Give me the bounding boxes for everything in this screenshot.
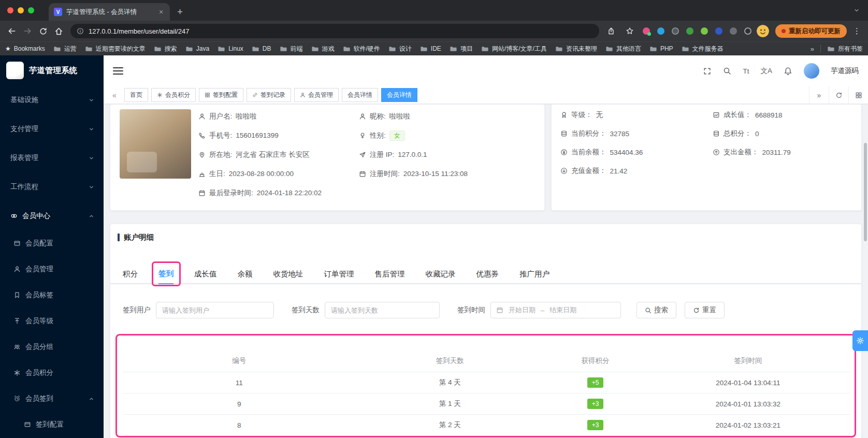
collapse-menu-icon[interactable] — [113, 67, 123, 75]
bookmark-folder[interactable]: 项目 — [450, 45, 473, 53]
sidebar-item-infrastructure[interactable]: 基础设施 — [0, 85, 104, 114]
tab-balance[interactable]: 余额 — [238, 264, 253, 284]
bookmark-folder[interactable]: 资讯未整理 — [555, 45, 597, 53]
tab-address[interactable]: 收货地址 — [273, 264, 303, 284]
browser-menu-icon[interactable]: ⋮ — [850, 26, 864, 36]
tag-member-manage[interactable]: 会员管理 — [294, 88, 339, 102]
extension-icon[interactable] — [641, 25, 652, 37]
browser-profile-avatar[interactable] — [757, 25, 769, 37]
home-button[interactable] — [51, 23, 66, 39]
bookmark-folder[interactable]: PHP — [649, 45, 673, 53]
tags-scroll-right-icon[interactable]: » — [809, 86, 829, 104]
sidebar-item-member-group[interactable]: 会员分组 — [0, 334, 104, 360]
bookmark-folder[interactable]: 文件服务器 — [682, 45, 724, 53]
sidebar-item-member-points[interactable]: 会员积分 — [0, 360, 104, 386]
tag-member-detail-active[interactable]: 会员详情 — [381, 88, 417, 102]
sidebar-item-signin-config[interactable]: 签到配置 — [0, 412, 104, 437]
tab-favorites[interactable]: 收藏记录 — [426, 264, 456, 284]
extension-icon[interactable] — [713, 25, 725, 37]
sidebar-item-member-manage[interactable]: 会员管理 — [0, 256, 104, 282]
all-bookmarks-item[interactable]: 所有书签 — [827, 45, 863, 53]
extension-icon[interactable] — [728, 25, 739, 37]
search-icon[interactable] — [723, 67, 731, 75]
tag-signin-record[interactable]: 签到记录 — [247, 88, 291, 102]
field-register-time: 注册时间: 2023-10-15 11:23:08 — [359, 164, 468, 183]
bookmark-folder[interactable]: 软件/硬件 — [343, 45, 380, 53]
bookmark-folder[interactable]: DB — [252, 45, 271, 53]
forward-button[interactable] — [20, 23, 35, 39]
refresh-tag-icon[interactable] — [829, 86, 848, 104]
browser-tab[interactable]: V 芋道管理系统 - 会员详情 × — [49, 3, 170, 21]
search-button[interactable]: 搜索 — [636, 302, 676, 318]
signin-days-input[interactable] — [325, 302, 440, 318]
window-minimize-button[interactable] — [18, 7, 24, 13]
bookmark-folder[interactable]: 运营 — [53, 45, 77, 53]
tab-promoted-users[interactable]: 推广用户 — [519, 264, 549, 284]
bookmark-folder[interactable]: 游戏 — [311, 45, 335, 53]
tab-close-icon[interactable]: × — [156, 7, 166, 17]
back-button[interactable] — [4, 23, 20, 39]
signin-user-input[interactable] — [156, 302, 274, 318]
user-avatar[interactable] — [804, 63, 819, 79]
bookmark-folder[interactable]: 近期需要读的文章 — [85, 45, 146, 53]
extension-icon[interactable] — [670, 25, 681, 37]
points-badge: +5 — [587, 377, 604, 388]
window-zoom-button[interactable] — [28, 7, 34, 13]
sidebar-item-payment[interactable]: 支付管理 — [0, 114, 104, 143]
bookmark-folder[interactable]: 前端 — [280, 45, 303, 53]
fullscreen-icon[interactable] — [703, 67, 712, 76]
font-size-icon[interactable]: Tt — [743, 67, 749, 75]
extension-icon[interactable] — [684, 25, 696, 37]
translate-icon[interactable]: 文A — [760, 66, 772, 76]
tag-member-detail[interactable]: 会员详情 — [342, 88, 378, 102]
tab-growth[interactable]: 成长值 — [194, 264, 217, 284]
start-date-placeholder: 开始日期 — [509, 305, 536, 315]
tab-aftersale[interactable]: 售后管理 — [375, 264, 405, 284]
sidebar-item-member-config[interactable]: 会员配置 — [0, 230, 104, 256]
signin-time-range-picker[interactable]: 开始日期 – 结束日期 — [490, 302, 621, 318]
sidebar-item-report[interactable]: 报表管理 — [0, 143, 104, 172]
extension-icon[interactable] — [699, 25, 710, 37]
new-tab-button[interactable]: + — [177, 7, 183, 17]
bookmarks-manager-item[interactable]: ★ Bookmarks — [5, 45, 45, 52]
bookmark-star-icon[interactable] — [622, 23, 638, 39]
settings-gear-button[interactable] — [852, 330, 868, 351]
reload-button[interactable] — [35, 23, 51, 39]
bookmark-folder[interactable]: 设计 — [388, 45, 412, 53]
tab-signin[interactable]: 签到 — [158, 264, 173, 284]
extension-icon[interactable] — [742, 25, 754, 37]
notification-bell-icon[interactable] — [784, 67, 792, 76]
reset-button[interactable]: 重置 — [685, 302, 725, 318]
tag-signin-config[interactable]: 签到配置 — [199, 88, 243, 102]
tag-home[interactable]: 首页 — [124, 88, 148, 102]
sidebar-item-member-tag[interactable]: 会员标签 — [0, 282, 104, 308]
bookmark-folder[interactable]: 其他语言 — [605, 45, 641, 53]
sidebar-item-member-level[interactable]: 会员等级 — [0, 308, 104, 334]
bookmark-folder[interactable]: Java — [185, 45, 209, 53]
sidebar-item-workflow[interactable]: 工作流程 — [0, 172, 104, 201]
page-scrollbar[interactable] — [864, 143, 867, 241]
bookmark-folder[interactable]: 搜索 — [154, 45, 177, 53]
bookmark-folder[interactable]: IDE — [420, 45, 441, 53]
bookmark-folder[interactable]: Linux — [218, 45, 243, 53]
window-close-button[interactable] — [7, 7, 13, 13]
bookmark-folder[interactable]: 网站/博客/文章/工具 — [481, 45, 547, 53]
tab-orders[interactable]: 订单管理 — [324, 264, 354, 284]
sidebar-item-member-center[interactable]: 会员中心 — [0, 201, 104, 230]
tab-coupons[interactable]: 优惠券 — [476, 264, 499, 284]
extension-icon[interactable] — [655, 25, 667, 37]
tab-points[interactable]: 积分 — [123, 264, 138, 284]
tab-search-chevron-icon[interactable] — [853, 7, 860, 13]
share-icon[interactable] — [603, 23, 619, 39]
bookmarks-overflow-icon[interactable]: » — [811, 45, 814, 53]
site-info-icon[interactable] — [77, 27, 84, 35]
app-logo-row[interactable]: 芋道管理系统 — [0, 55, 104, 85]
sidebar-item-member-signin[interactable]: 会员签到 — [0, 386, 104, 412]
relaunch-update-button[interactable]: 重新启动即可更新 — [775, 24, 847, 38]
tags-scroll-left-icon[interactable]: « — [108, 89, 121, 102]
member-photo — [120, 109, 191, 179]
address-bar[interactable]: 127.0.0.1/member/user/detail/247 — [70, 24, 599, 38]
current-user-name[interactable]: 芋道源码 — [831, 66, 859, 76]
layout-grid-icon[interactable] — [848, 86, 868, 104]
tag-member-points[interactable]: 会员积分 — [151, 88, 196, 102]
